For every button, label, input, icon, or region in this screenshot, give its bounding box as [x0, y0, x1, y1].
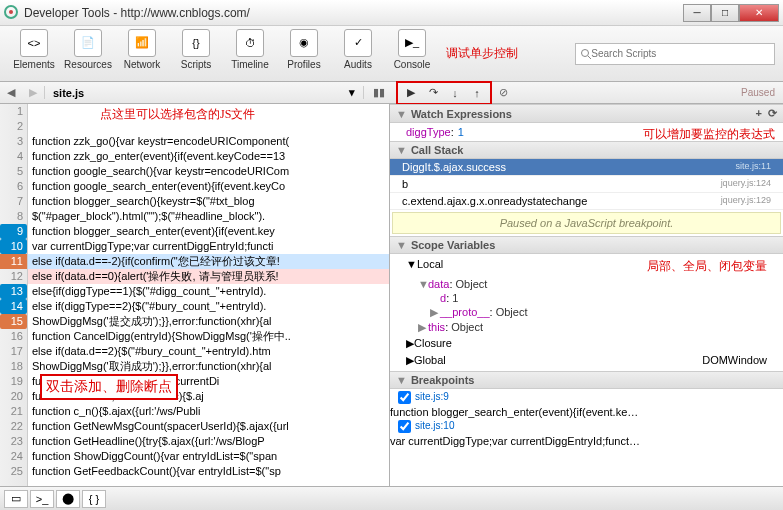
source-panel: 1234567891011121314151617181920212223242… [0, 104, 390, 486]
pause-exceptions-button[interactable]: ⬤ [56, 490, 80, 508]
anno-debug-step: 调试单步控制 [446, 45, 518, 62]
breakpoints-header[interactable]: ▼ Breakpoints [390, 371, 783, 389]
pause-button[interactable]: ▮▮ [368, 84, 390, 102]
pretty-print-button[interactable]: { } [82, 490, 106, 508]
scope-variable[interactable]: ▶__proto__: Object [394, 305, 779, 320]
triangle-icon: ▼ [396, 374, 407, 386]
search-input[interactable] [591, 48, 770, 59]
deactivate-bp-button[interactable]: ⊘ [492, 84, 514, 102]
scope-variable[interactable]: ▼data: Object [394, 277, 779, 291]
step-over-button[interactable]: ↷ [422, 85, 444, 101]
pause-message: Paused on a JavaScript breakpoint. [392, 212, 781, 234]
console-prompt-button[interactable]: >_ [30, 490, 54, 508]
tab-scripts[interactable]: {}Scripts [170, 29, 222, 79]
tab-console[interactable]: ▶_Console [386, 29, 438, 79]
tab-network[interactable]: 📶Network [116, 29, 168, 79]
add-watch-button[interactable]: + [756, 107, 762, 120]
stack-frame[interactable]: bjquery.js:124 [390, 176, 783, 193]
triangle-icon: ▼ [396, 108, 407, 120]
step-into-button[interactable]: ↓ [444, 85, 466, 101]
bp-checkbox[interactable] [398, 391, 411, 404]
file-name: site.js [53, 87, 84, 99]
show-console-button[interactable]: ▭ [4, 490, 28, 508]
refresh-watch-button[interactable]: ⟳ [768, 107, 777, 120]
breakpoint-item[interactable]: site.js:10 [390, 418, 783, 435]
tab-elements[interactable]: <>Elements [8, 29, 60, 79]
tab-timeline[interactable]: ⏱Timeline [224, 29, 276, 79]
scope-header[interactable]: ▼ Scope Variables [390, 236, 783, 254]
nav-back[interactable]: ◀ [0, 84, 22, 102]
line-gutter[interactable]: 1234567891011121314151617181920212223242… [0, 104, 28, 486]
tab-resources[interactable]: 📄Resources [62, 29, 114, 79]
scope-variable[interactable]: ▶this: Object [394, 320, 779, 335]
stack-frame[interactable]: DiggIt.$.ajax.successsite.js:11 [390, 159, 783, 176]
titlebar: Developer Tools - http://www.cnblogs.com… [0, 0, 783, 26]
footer-bar: ▭ >_ ⬤ { } [0, 486, 783, 510]
stack-frame[interactable]: c.extend.ajax.g.x.onreadystatechangejque… [390, 193, 783, 210]
anno-dblclick-bp: 双击添加、删除断点 [40, 374, 178, 400]
triangle-icon: ▼ [396, 144, 407, 156]
scope-variable[interactable]: d: 1 [394, 291, 779, 305]
watch-header[interactable]: ▼ Watch Expressions +⟳ [390, 104, 783, 123]
svg-point-1 [9, 10, 13, 14]
anno-scope: 局部、全局、闭包变量 [647, 258, 767, 275]
file-selector[interactable]: site.js ▾ [44, 86, 364, 99]
callstack-header[interactable]: ▼ Call Stack [390, 141, 783, 159]
watch-item[interactable]: diggType: 1 [394, 125, 779, 139]
search-box[interactable] [575, 43, 775, 65]
breakpoint-item[interactable]: site.js:9 [390, 389, 783, 406]
tab-profiles[interactable]: ◉Profiles [278, 29, 330, 79]
debug-status: Paused [733, 87, 783, 98]
resume-button[interactable]: ▶ [400, 85, 422, 101]
step-out-button[interactable]: ↑ [466, 85, 488, 101]
tab-audits[interactable]: ✓Audits [332, 29, 384, 79]
window-title: Developer Tools - http://www.cnblogs.com… [24, 6, 683, 20]
chevron-down-icon: ▾ [349, 86, 355, 99]
nav-forward[interactable]: ▶ [22, 84, 44, 102]
main-toolbar: <>Elements📄Resources📶Network{}Scripts⏱Ti… [0, 26, 783, 82]
debug-controls: ▶ ↷ ↓ ↑ [396, 81, 492, 105]
close-button[interactable]: ✕ [739, 4, 779, 22]
source-code[interactable]: function zzk_go(){var keystr=encodeURICo… [28, 104, 389, 486]
script-navbar: ◀ ▶ site.js ▾ ▮▮ ▶ ↷ ↓ ↑ ⊘ Paused [0, 82, 783, 104]
triangle-icon: ▼ [396, 239, 407, 251]
search-icon [580, 48, 591, 60]
app-icon [4, 5, 18, 21]
minimize-button[interactable]: ─ [683, 4, 711, 22]
svg-point-2 [582, 49, 589, 56]
debug-sidebar: ▼ Watch Expressions +⟳ diggType: 1 可以增加要… [390, 104, 783, 486]
bp-checkbox[interactable] [398, 420, 411, 433]
maximize-button[interactable]: □ [711, 4, 739, 22]
